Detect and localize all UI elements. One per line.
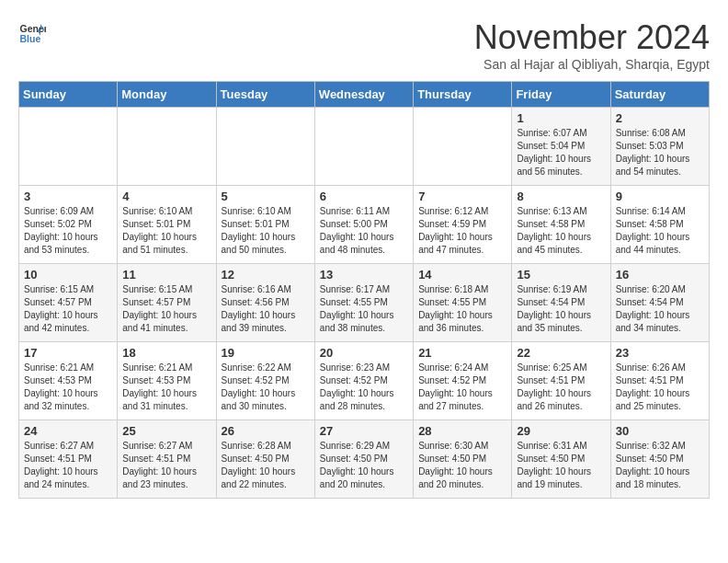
calendar-cell: 10Sunrise: 6:15 AM Sunset: 4:57 PM Dayli… [19,264,118,342]
column-header-tuesday: Tuesday [216,82,314,108]
calendar-week-1: 1Sunrise: 6:07 AM Sunset: 5:04 PM Daylig… [19,108,710,186]
calendar-cell: 1Sunrise: 6:07 AM Sunset: 5:04 PM Daylig… [512,108,610,186]
location-title: San al Hajar al Qibliyah, Sharqia, Egypt [474,57,710,72]
day-info: Sunrise: 6:10 AM Sunset: 5:01 PM Dayligh… [222,205,310,257]
day-number: 1 [517,111,605,125]
day-number: 12 [222,268,310,282]
day-number: 13 [320,268,408,282]
day-info: Sunrise: 6:13 AM Sunset: 4:58 PM Dayligh… [517,205,605,257]
day-number: 3 [24,190,112,203]
day-number: 21 [418,346,506,360]
column-header-sunday: Sunday [19,82,118,108]
day-info: Sunrise: 6:32 AM Sunset: 4:50 PM Dayligh… [616,440,704,491]
calendar-cell: 3Sunrise: 6:09 AM Sunset: 5:02 PM Daylig… [19,186,118,264]
calendar-cell [414,108,512,186]
day-info: Sunrise: 6:15 AM Sunset: 4:57 PM Dayligh… [24,283,112,335]
day-number: 29 [517,424,605,438]
calendar-cell: 9Sunrise: 6:14 AM Sunset: 4:58 PM Daylig… [610,186,709,264]
day-number: 11 [122,268,210,282]
calendar-cell: 6Sunrise: 6:11 AM Sunset: 5:00 PM Daylig… [314,186,413,264]
day-number: 14 [418,268,506,282]
day-info: Sunrise: 6:08 AM Sunset: 5:03 PM Dayligh… [616,127,704,178]
calendar-cell: 30Sunrise: 6:32 AM Sunset: 4:50 PM Dayli… [610,420,709,499]
page-header: General Blue November 2024 San al Hajar … [18,18,710,72]
calendar-cell: 27Sunrise: 6:29 AM Sunset: 4:50 PM Dayli… [314,420,413,499]
day-number: 16 [616,268,704,282]
column-header-wednesday: Wednesday [314,82,413,108]
day-number: 28 [418,424,506,438]
day-number: 25 [122,424,210,438]
calendar-cell: 28Sunrise: 6:30 AM Sunset: 4:50 PM Dayli… [414,420,512,499]
calendar-week-3: 10Sunrise: 6:15 AM Sunset: 4:57 PM Dayli… [19,264,710,342]
day-number: 30 [616,424,704,438]
month-title: November 2024 [474,18,710,57]
day-info: Sunrise: 6:31 AM Sunset: 4:50 PM Dayligh… [517,440,605,491]
day-number: 7 [418,190,506,203]
calendar-cell: 14Sunrise: 6:18 AM Sunset: 4:55 PM Dayli… [414,264,512,342]
day-info: Sunrise: 6:22 AM Sunset: 4:52 PM Dayligh… [222,362,310,413]
day-info: Sunrise: 6:11 AM Sunset: 5:00 PM Dayligh… [320,205,408,257]
day-info: Sunrise: 6:27 AM Sunset: 4:51 PM Dayligh… [122,440,210,491]
day-number: 6 [320,190,408,203]
calendar-cell: 15Sunrise: 6:19 AM Sunset: 4:54 PM Dayli… [512,264,610,342]
calendar-cell: 8Sunrise: 6:13 AM Sunset: 4:58 PM Daylig… [512,186,610,264]
calendar-cell: 2Sunrise: 6:08 AM Sunset: 5:03 PM Daylig… [610,108,709,186]
calendar-cell: 17Sunrise: 6:21 AM Sunset: 4:53 PM Dayli… [19,342,118,420]
day-number: 9 [616,190,704,203]
day-info: Sunrise: 6:16 AM Sunset: 4:56 PM Dayligh… [222,283,310,335]
day-info: Sunrise: 6:19 AM Sunset: 4:54 PM Dayligh… [517,283,605,335]
day-info: Sunrise: 6:30 AM Sunset: 4:50 PM Dayligh… [418,440,506,491]
day-number: 5 [222,190,310,203]
column-header-saturday: Saturday [610,82,709,108]
day-info: Sunrise: 6:23 AM Sunset: 4:52 PM Dayligh… [320,362,408,413]
day-number: 4 [122,190,210,203]
calendar-cell: 7Sunrise: 6:12 AM Sunset: 4:59 PM Daylig… [414,186,512,264]
calendar-cell: 21Sunrise: 6:24 AM Sunset: 4:52 PM Dayli… [414,342,512,420]
day-number: 15 [517,268,605,282]
logo-icon: General Blue [18,18,46,46]
day-number: 2 [616,111,704,125]
calendar-cell: 11Sunrise: 6:15 AM Sunset: 4:57 PM Dayli… [118,264,216,342]
calendar-cell: 26Sunrise: 6:28 AM Sunset: 4:50 PM Dayli… [216,420,314,499]
day-info: Sunrise: 6:21 AM Sunset: 4:53 PM Dayligh… [122,362,210,413]
day-number: 20 [320,346,408,360]
calendar-cell: 5Sunrise: 6:10 AM Sunset: 5:01 PM Daylig… [216,186,314,264]
day-info: Sunrise: 6:29 AM Sunset: 4:50 PM Dayligh… [320,440,408,491]
calendar-week-4: 17Sunrise: 6:21 AM Sunset: 4:53 PM Dayli… [19,342,710,420]
logo: General Blue [18,18,46,46]
day-number: 8 [517,190,605,203]
calendar-cell: 23Sunrise: 6:26 AM Sunset: 4:51 PM Dayli… [610,342,709,420]
calendar-cell: 4Sunrise: 6:10 AM Sunset: 5:01 PM Daylig… [118,186,216,264]
calendar-cell: 29Sunrise: 6:31 AM Sunset: 4:50 PM Dayli… [512,420,610,499]
day-number: 23 [616,346,704,360]
calendar-cell: 20Sunrise: 6:23 AM Sunset: 4:52 PM Dayli… [314,342,413,420]
day-info: Sunrise: 6:15 AM Sunset: 4:57 PM Dayligh… [122,283,210,335]
day-number: 26 [222,424,310,438]
day-info: Sunrise: 6:10 AM Sunset: 5:01 PM Dayligh… [122,205,210,257]
svg-text:Blue: Blue [20,33,41,44]
day-number: 10 [24,268,112,282]
calendar-cell: 16Sunrise: 6:20 AM Sunset: 4:54 PM Dayli… [610,264,709,342]
day-number: 19 [222,346,310,360]
column-header-friday: Friday [512,82,610,108]
calendar-cell: 24Sunrise: 6:27 AM Sunset: 4:51 PM Dayli… [19,420,118,499]
day-number: 22 [517,346,605,360]
day-info: Sunrise: 6:12 AM Sunset: 4:59 PM Dayligh… [418,205,506,257]
calendar-week-2: 3Sunrise: 6:09 AM Sunset: 5:02 PM Daylig… [19,186,710,264]
day-info: Sunrise: 6:28 AM Sunset: 4:50 PM Dayligh… [222,440,310,491]
title-section: November 2024 San al Hajar al Qibliyah, … [474,18,710,72]
day-info: Sunrise: 6:14 AM Sunset: 4:58 PM Dayligh… [616,205,704,257]
day-number: 17 [24,346,112,360]
day-info: Sunrise: 6:21 AM Sunset: 4:53 PM Dayligh… [24,362,112,413]
calendar-cell: 25Sunrise: 6:27 AM Sunset: 4:51 PM Dayli… [118,420,216,499]
day-info: Sunrise: 6:20 AM Sunset: 4:54 PM Dayligh… [616,283,704,335]
day-info: Sunrise: 6:25 AM Sunset: 4:51 PM Dayligh… [517,362,605,413]
day-number: 18 [122,346,210,360]
day-number: 27 [320,424,408,438]
calendar-cell [216,108,314,186]
calendar-cell: 19Sunrise: 6:22 AM Sunset: 4:52 PM Dayli… [216,342,314,420]
day-info: Sunrise: 6:24 AM Sunset: 4:52 PM Dayligh… [418,362,506,413]
calendar-cell: 13Sunrise: 6:17 AM Sunset: 4:55 PM Dayli… [314,264,413,342]
calendar-cell: 18Sunrise: 6:21 AM Sunset: 4:53 PM Dayli… [118,342,216,420]
calendar-cell [19,108,118,186]
